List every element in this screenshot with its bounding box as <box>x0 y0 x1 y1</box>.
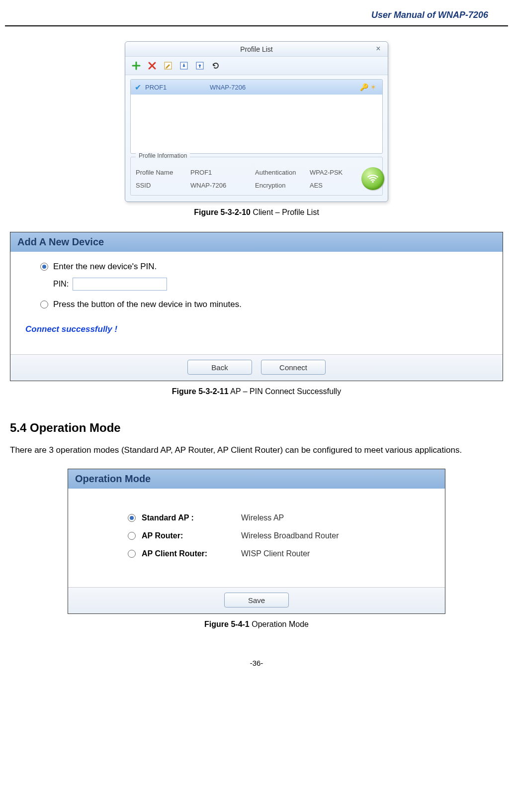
key-icon: 🔑 <box>360 83 368 91</box>
profile-listbox[interactable]: ✔ PROF1 WNAP-7206 🔑 ✶ <box>130 79 383 154</box>
svg-point-3 <box>372 181 373 183</box>
option-enter-pin[interactable]: Enter the new device's PIN. <box>40 262 488 272</box>
page-header: User Manual of WNAP-7206 <box>5 0 508 26</box>
add-device-panel: Add A New Device Enter the new device's … <box>10 232 503 381</box>
profile-list-window: Profile List × ✔ PROF1 WNAP-7206 🔑 ✶ Pro… <box>125 41 388 202</box>
operation-mode-label: AP Client Router: <box>142 549 241 558</box>
radio-icon[interactable] <box>128 550 136 558</box>
close-icon[interactable]: × <box>374 44 383 53</box>
figure3-caption: Figure 5-4-1 Operation Mode <box>5 620 508 629</box>
radio-icon[interactable] <box>40 263 48 271</box>
profile-info-legend: Profile Information <box>136 152 190 159</box>
refresh-icon[interactable] <box>210 60 222 72</box>
page-number: -36- <box>5 659 508 667</box>
option-press-button-label: Press the button of the new device in tw… <box>53 300 242 309</box>
option-enter-pin-label: Enter the new device's PIN. <box>53 262 157 272</box>
enc-value: AES <box>310 182 354 189</box>
operation-mode-option[interactable]: AP Client Router:WISP Client Router <box>128 549 430 558</box>
figure2-caption: Figure 5-3-2-11 AP – PIN Connect Success… <box>5 387 508 396</box>
window-title: Profile List <box>240 45 272 53</box>
profile-name-label: Profile Name <box>136 169 190 176</box>
pin-label: PIN: <box>53 280 69 289</box>
edit-icon[interactable] <box>162 60 174 72</box>
profile-info-box: Profile Information Profile Name PROF1 A… <box>130 157 383 196</box>
plus-icon[interactable] <box>130 60 142 72</box>
operation-mode-panel: Operation Mode Standard AP :Wireless APA… <box>68 469 445 614</box>
operation-mode-label: AP Router: <box>142 531 241 540</box>
save-button[interactable]: Save <box>224 593 289 608</box>
operation-mode-label: Standard AP : <box>142 513 241 522</box>
figure1-caption: Figure 5-3-2-10 Client – Profile List <box>5 208 508 217</box>
delete-icon[interactable] <box>146 60 158 72</box>
operation-mode-option[interactable]: Standard AP :Wireless AP <box>128 513 430 522</box>
profile-name-value: PROF1 <box>190 169 255 176</box>
connect-button[interactable]: Connect <box>261 360 326 375</box>
profile-toolbar <box>125 57 388 75</box>
enc-label: Encryption <box>255 182 310 189</box>
operation-mode-title: Operation Mode <box>68 469 445 489</box>
check-icon: ✔ <box>135 83 141 92</box>
radio-icon[interactable] <box>128 514 136 522</box>
signal-icon: ✶ <box>370 83 376 91</box>
add-device-title: Add A New Device <box>10 232 503 252</box>
radio-icon[interactable] <box>40 301 48 308</box>
operation-mode-desc: Wireless AP <box>241 513 284 522</box>
section-heading: 5.4 Operation Mode <box>10 421 503 435</box>
profile-row-name: PROF1 <box>145 84 210 91</box>
auth-label: Authentication <box>255 169 310 176</box>
import-icon[interactable] <box>178 60 190 72</box>
back-button[interactable]: Back <box>187 360 252 375</box>
wifi-status-icon <box>361 167 384 190</box>
operation-mode-desc: Wireless Broadband Router <box>241 531 339 540</box>
auth-value: WPA2-PSK <box>310 169 354 176</box>
profile-row[interactable]: ✔ PROF1 WNAP-7206 🔑 ✶ <box>131 80 382 95</box>
pin-input[interactable] <box>73 278 167 291</box>
operation-mode-desc: WISP Client Router <box>241 549 310 558</box>
section-paragraph: There are 3 operation modes (Standard AP… <box>10 442 503 459</box>
ssid-value: WNAP-7206 <box>190 182 255 189</box>
option-press-button[interactable]: Press the button of the new device in tw… <box>40 300 488 309</box>
ssid-label: SSID <box>136 182 190 189</box>
connect-success-msg: Connect successfully ! <box>25 324 488 334</box>
export-icon[interactable] <box>194 60 206 72</box>
operation-mode-option[interactable]: AP Router:Wireless Broadband Router <box>128 531 430 540</box>
window-titlebar: Profile List × <box>125 42 388 57</box>
radio-icon[interactable] <box>128 532 136 540</box>
profile-row-ssid: WNAP-7206 <box>210 84 360 91</box>
